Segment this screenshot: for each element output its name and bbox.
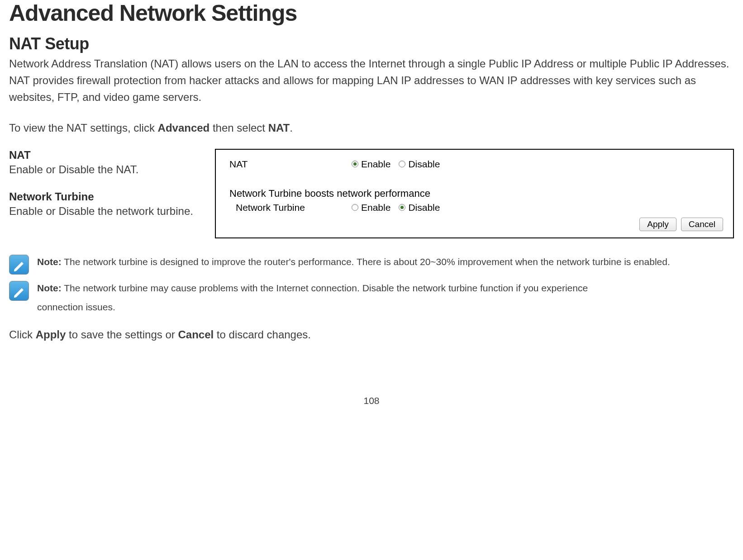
nat-enable-label: Enable — [361, 159, 391, 170]
nat-title: NAT — [9, 149, 206, 161]
settings-descriptions: NAT Enable or Disable the NAT. Network T… — [9, 149, 206, 238]
nat-disable-radio[interactable]: Disable — [399, 159, 440, 170]
content-columns: NAT Enable or Disable the NAT. Network T… — [9, 149, 734, 238]
nat-desc: Enable or Disable the NAT. — [9, 161, 206, 178]
note-icon — [9, 255, 29, 275]
nat-disable-label: Disable — [408, 159, 440, 170]
closing-mid: to save the settings or — [66, 328, 178, 341]
radio-unselected-icon — [399, 161, 405, 167]
cancel-button[interactable]: Cancel — [681, 218, 723, 231]
radio-unselected-icon — [352, 204, 358, 211]
nat-panel-label: NAT — [229, 159, 352, 170]
closing-line: Click Apply to save the settings or Canc… — [9, 328, 734, 341]
setting-block-nat: NAT Enable or Disable the NAT. — [9, 149, 206, 178]
radio-selected-icon — [352, 161, 358, 167]
radio-selected-icon — [399, 204, 405, 211]
note-icon — [9, 281, 29, 301]
instruction-bold-advanced: Advanced — [158, 122, 210, 134]
section-title: NAT Setup — [9, 34, 734, 53]
note-2-bold: Note: — [37, 283, 62, 293]
closing-cancel: Cancel — [178, 328, 214, 341]
page-title: Advanced Network Settings — [9, 0, 734, 26]
instruction-pre: To view the NAT settings, click — [9, 122, 158, 134]
setting-block-turbine: Network Turbine Enable or Disable the ne… — [9, 190, 206, 219]
note-1: Note: The network turbine is designed to… — [9, 255, 734, 275]
turbine-enable-label: Enable — [361, 202, 391, 213]
turbine-row: Network Turbine Enable Disable — [229, 202, 723, 213]
closing-apply: Apply — [36, 328, 66, 341]
turbine-panel-label: Network Turbine — [236, 202, 352, 213]
turbine-disable-radio[interactable]: Disable — [399, 202, 440, 213]
note-1-body: The network turbine is designed to impro… — [62, 256, 670, 267]
note-1-text: Note: The network turbine is designed to… — [37, 255, 670, 270]
instruction-line: To view the NAT settings, click Advanced… — [9, 119, 734, 136]
panel-buttons: Apply Cancel — [229, 218, 723, 231]
nat-row: NAT Enable Disable — [229, 159, 723, 170]
closing-pre: Click — [9, 328, 36, 341]
notes-section: Note: The network turbine is designed to… — [9, 255, 734, 315]
note-1-bold: Note: — [37, 256, 62, 267]
instruction-bold-nat: NAT — [268, 122, 290, 134]
turbine-desc: Enable or Disable the network turbine. — [9, 203, 206, 219]
note-2: Note: The network turbine may cause prob… — [9, 281, 734, 315]
turbine-disable-label: Disable — [408, 202, 440, 213]
turbine-title: Network Turbine — [9, 190, 206, 203]
note-2-text: Note: The network turbine may cause prob… — [37, 281, 588, 315]
instruction-mid: then select — [210, 122, 268, 134]
note-2-body-a: The network turbine may cause problems w… — [62, 283, 588, 293]
instruction-post: . — [290, 122, 293, 134]
pencil-icon — [13, 285, 26, 298]
nat-enable-radio[interactable]: Enable — [352, 159, 391, 170]
pencil-icon — [13, 258, 26, 272]
closing-post: to discard changes. — [214, 328, 311, 341]
apply-button[interactable]: Apply — [639, 218, 676, 231]
intro-paragraph: Network Address Translation (NAT) allows… — [9, 55, 734, 106]
router-settings-panel: NAT Enable Disable Network Turbine boost… — [215, 149, 734, 238]
turbine-enable-radio[interactable]: Enable — [352, 202, 391, 213]
turbine-header: Network Turbine boosts network performan… — [229, 188, 723, 199]
page-number: 108 — [9, 395, 734, 406]
note-2-body-b: connection issues. — [37, 300, 588, 315]
